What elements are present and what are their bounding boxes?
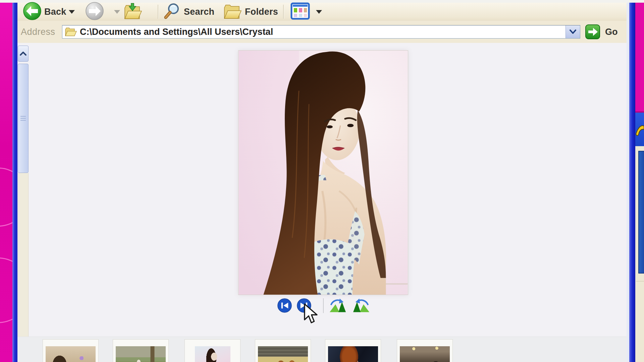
explorer-window: Back (17, 3, 627, 362)
views-dropdown-caret-icon[interactable] (316, 10, 322, 14)
forward-button[interactable] (85, 3, 104, 21)
forward-dropdown-caret-icon (114, 3, 120, 21)
rotate-counterclockwise-button[interactable] (352, 298, 370, 313)
screen: Back (0, 0, 644, 362)
thumbnail-photo (258, 346, 308, 362)
folders-button[interactable]: Folders (222, 3, 278, 21)
folder-icon (64, 27, 77, 37)
address-bar: Address C:\Documents and Settings\All Us… (17, 21, 627, 43)
logo-glyph-icon (635, 121, 644, 137)
filmstrip-thumbnail-6[interactable] (397, 339, 453, 362)
background-window-panel (635, 146, 644, 362)
address-path[interactable]: C:\Documents and Settings\All Users\Crys… (77, 27, 566, 37)
chevron-down-icon (569, 29, 577, 34)
scroll-thumb[interactable] (18, 64, 29, 173)
address-dropdown-button[interactable] (566, 25, 580, 38)
go-label: Go (605, 21, 618, 43)
previous-image-icon (277, 298, 292, 313)
window-edge-highlight (627, 3, 629, 362)
preview-photo (238, 50, 408, 295)
toolbar-separator (283, 5, 284, 19)
search-button[interactable]: Search (162, 3, 214, 21)
scroll-thumb-grip (20, 116, 26, 121)
up-folder-button[interactable] (122, 3, 143, 21)
window-border-left (12, 3, 17, 362)
filmstrip (17, 337, 627, 362)
rotate-clockwise-button[interactable] (329, 298, 347, 313)
wallpaper-swirl (0, 257, 12, 323)
go-button[interactable] (585, 24, 600, 40)
window-border-right (629, 3, 635, 362)
rotate-clockwise-icon (329, 298, 347, 313)
back-label: Back (44, 7, 66, 17)
arrow-cursor-icon (303, 303, 318, 326)
vertical-scrollbar[interactable] (17, 44, 29, 362)
previous-image-button[interactable] (277, 298, 292, 313)
background-window-content (638, 151, 644, 274)
rotate-counterclockwise-icon (352, 298, 370, 313)
views-button[interactable] (290, 3, 322, 21)
filmstrip-thumbnail-4[interactable] (255, 339, 311, 362)
wallpaper-swirl (0, 168, 12, 227)
back-icon (23, 2, 42, 22)
folders-icon (222, 2, 242, 21)
desktop-wallpaper-right (635, 3, 644, 113)
search-icon (162, 2, 181, 22)
filmstrip-thumbnail-2[interactable] (113, 339, 169, 362)
background-window-divider (636, 281, 644, 282)
address-label: Address (21, 21, 55, 43)
forward-icon (85, 2, 104, 22)
search-label: Search (184, 7, 214, 17)
thumbnail-photo (328, 346, 378, 362)
up-folder-icon (122, 2, 143, 21)
background-window (635, 3, 644, 362)
folders-label: Folders (245, 7, 278, 17)
toolbar-separator (158, 5, 159, 19)
go-icon (585, 24, 600, 40)
scroll-up-button[interactable] (18, 46, 29, 62)
content-area (17, 43, 627, 362)
filmstrip-thumbnail-3[interactable] (184, 339, 240, 362)
filmstrip-thumbnail-1[interactable] (43, 339, 99, 362)
thumbnail-photo (400, 346, 450, 362)
thumbnail-photo (46, 346, 96, 362)
back-dropdown-caret-icon[interactable] (69, 10, 75, 14)
back-button[interactable]: Back (23, 3, 75, 21)
desktop-wallpaper-left (0, 3, 12, 362)
filmstrip-thumbnail-5[interactable] (325, 339, 381, 362)
views-icon (290, 2, 310, 21)
address-input[interactable]: C:\Documents and Settings\All Users\Crys… (62, 25, 580, 39)
chevron-up-icon (20, 52, 26, 56)
thumbnail-photo (116, 346, 166, 362)
mouse-cursor (303, 303, 318, 327)
scroll-track[interactable] (18, 173, 29, 362)
controls-separator (323, 298, 324, 313)
background-window-titlebar (635, 113, 644, 146)
thumbnail-photo (195, 346, 230, 362)
toolbar: Back (17, 3, 627, 21)
